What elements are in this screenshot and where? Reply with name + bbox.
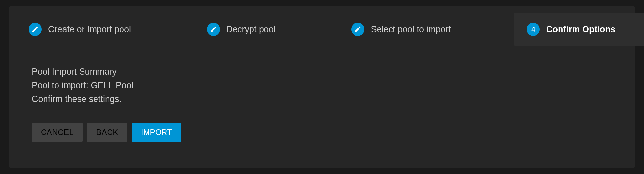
import-button[interactable]: IMPORT <box>132 123 181 142</box>
summary-confirm-line: Confirm these settings. <box>32 93 635 106</box>
step-decrypt-pool[interactable]: Decrypt pool <box>207 23 276 36</box>
summary-pool-name: GELI_Pool <box>91 80 134 90</box>
pencil-icon <box>351 23 364 36</box>
button-row: CANCEL BACK IMPORT <box>9 106 635 142</box>
stepper: Create or Import pool Decrypt pool Selec… <box>9 6 635 46</box>
step-label: Confirm Options <box>546 24 615 35</box>
pencil-icon <box>29 23 42 36</box>
summary-title: Pool Import Summary <box>32 65 635 79</box>
pencil-icon <box>207 23 220 36</box>
step-select-pool[interactable]: Select pool to import <box>351 23 451 36</box>
back-button[interactable]: BACK <box>87 123 127 142</box>
step-number-icon: 4 <box>527 23 540 36</box>
summary-pool-line: Pool to import: GELI_Pool <box>32 79 635 93</box>
step-label: Decrypt pool <box>226 24 276 35</box>
step-label: Select pool to import <box>371 24 451 35</box>
step-label: Create or Import pool <box>48 24 131 35</box>
step-create-or-import[interactable]: Create or Import pool <box>29 23 131 36</box>
summary-pool-prefix: Pool to import: <box>32 80 91 90</box>
summary-content: Pool Import Summary Pool to import: GELI… <box>9 46 635 106</box>
step-confirm-wrap: 4 Confirm Options <box>514 13 644 46</box>
step-confirm-options[interactable]: 4 Confirm Options <box>527 23 615 36</box>
step-number: 4 <box>531 25 535 34</box>
cancel-button[interactable]: CANCEL <box>32 123 83 142</box>
wizard-panel: Create or Import pool Decrypt pool Selec… <box>9 6 635 168</box>
